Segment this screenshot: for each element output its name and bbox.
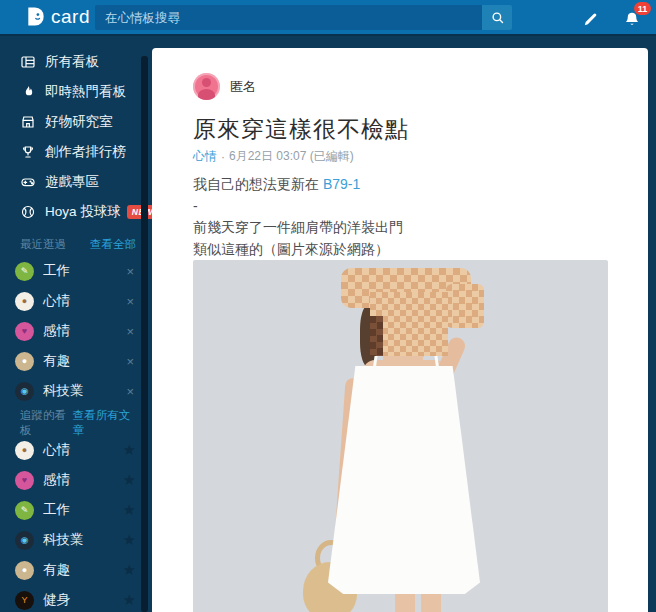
new-badge: NEW bbox=[127, 205, 152, 219]
post-timestamp: 6月22日 03:07 (已編輯) bbox=[229, 148, 354, 165]
followed-section-header: 追蹤的看板 查看所有文章 bbox=[0, 415, 152, 431]
board-avatar: ♥ bbox=[15, 322, 34, 341]
sidebar-nav: 所有看板 即時熱門看板 好物研究室 bbox=[0, 36, 152, 227]
flame-icon bbox=[20, 84, 36, 100]
dcard-app: card bbox=[0, 0, 656, 612]
sidebar-item-label: Hoya 投球球 bbox=[45, 203, 121, 221]
board-avatar: ◉ bbox=[15, 531, 34, 550]
brand-text: card bbox=[51, 6, 90, 28]
sidebar-item-label: 好物研究室 bbox=[45, 113, 113, 131]
board-label: 科技業 bbox=[43, 382, 124, 400]
recent-section-title: 最近逛過 bbox=[20, 237, 66, 252]
author-name: 匿名 bbox=[230, 78, 256, 96]
star-icon[interactable]: ★ bbox=[123, 561, 136, 579]
recent-board-mood[interactable]: ● 心情 × bbox=[0, 286, 152, 316]
board-avatar: ✎ bbox=[15, 262, 34, 281]
board-avatar: ● bbox=[15, 352, 34, 371]
search-input[interactable] bbox=[95, 5, 482, 30]
post-title: 原來穿這樣很不檢點 bbox=[193, 115, 608, 143]
board-avatar: ✎ bbox=[15, 501, 34, 520]
sidebar-item-goods-lab[interactable]: 好物研究室 bbox=[0, 107, 152, 137]
followed-board-tech[interactable]: ◉ 科技業 ★ bbox=[0, 525, 152, 555]
boards-icon bbox=[20, 54, 36, 70]
board-label: 心情 bbox=[43, 292, 124, 310]
compose-button[interactable] bbox=[578, 7, 602, 31]
sidebar-item-label: 遊戲專區 bbox=[45, 173, 99, 191]
sidebar-item-games[interactable]: 遊戲專區 bbox=[0, 167, 152, 197]
board-avatar: ◉ bbox=[15, 382, 34, 401]
close-icon[interactable]: × bbox=[124, 324, 136, 339]
recent-section-header: 最近逛過 查看全部 bbox=[0, 236, 152, 252]
board-avatar: ● bbox=[15, 292, 34, 311]
board-avatar: ● bbox=[15, 441, 34, 460]
search-bar bbox=[95, 5, 512, 30]
view-all-link[interactable]: 查看全部 bbox=[90, 237, 136, 252]
board-link[interactable]: 心情 bbox=[193, 148, 217, 165]
followed-board-funny[interactable]: ● 有趣 ★ bbox=[0, 555, 152, 585]
board-label: 有趣 bbox=[43, 352, 124, 370]
followed-board-mood[interactable]: ● 心情 ★ bbox=[0, 435, 152, 465]
meta-separator: · bbox=[221, 150, 225, 164]
sidebar: 所有看板 即時熱門看板 好物研究室 bbox=[0, 36, 152, 612]
close-icon[interactable]: × bbox=[124, 264, 136, 279]
followed-board-relationship[interactable]: ♥ 感情 ★ bbox=[0, 465, 152, 495]
photo-face-mosaic bbox=[370, 292, 448, 356]
gamepad-icon bbox=[20, 174, 36, 190]
board-avatar: ♥ bbox=[15, 471, 34, 490]
anonymous-avatar bbox=[193, 73, 220, 100]
recent-board-relationship[interactable]: ♥ 感情 × bbox=[0, 316, 152, 346]
recent-board-work[interactable]: ✎ 工作 × bbox=[0, 256, 152, 286]
body-line-3: 前幾天穿了一件細肩帶的洋裝出門 bbox=[193, 217, 608, 239]
star-icon[interactable]: ★ bbox=[123, 441, 136, 459]
photo-hand-mosaic bbox=[446, 284, 484, 328]
comment-link[interactable]: B79-1 bbox=[323, 176, 360, 192]
followed-board-work[interactable]: ✎ 工作 ★ bbox=[0, 495, 152, 525]
close-icon[interactable]: × bbox=[124, 294, 136, 309]
post-image[interactable] bbox=[193, 260, 608, 612]
star-icon[interactable]: ★ bbox=[123, 501, 136, 519]
star-icon[interactable]: ★ bbox=[123, 591, 136, 609]
close-icon[interactable]: × bbox=[124, 384, 136, 399]
dcard-logo-icon bbox=[24, 5, 47, 28]
sidebar-item-trending[interactable]: 即時熱門看板 bbox=[0, 77, 152, 107]
sidebar-item-label: 創作者排行榜 bbox=[45, 143, 126, 161]
star-icon[interactable]: ★ bbox=[123, 471, 136, 489]
sidebar-item-all-boards[interactable]: 所有看板 bbox=[0, 47, 152, 77]
followed-board-fitness[interactable]: Y 健身 ★ bbox=[0, 585, 152, 612]
board-label: 工作 bbox=[43, 501, 123, 519]
recent-board-list: ✎ 工作 × ● 心情 × ♥ 感情 × ● 有趣 × ◉ 科技業 bbox=[0, 252, 152, 406]
board-label: 科技業 bbox=[43, 531, 123, 549]
author-row: 匿名 bbox=[193, 73, 608, 100]
recent-board-tech[interactable]: ◉ 科技業 × bbox=[0, 376, 152, 406]
board-avatar: ● bbox=[15, 561, 34, 580]
sidebar-scrollbar[interactable] bbox=[141, 56, 148, 612]
sidebar-item-hoya[interactable]: Hoya 投球球 NEW bbox=[0, 197, 152, 227]
board-label: 心情 bbox=[43, 441, 123, 459]
followed-board-list: ● 心情 ★ ♥ 感情 ★ ✎ 工作 ★ ◉ 科技業 ★ ● 有趣 bbox=[0, 431, 152, 612]
star-icon[interactable]: ★ bbox=[123, 531, 136, 549]
pencil-icon bbox=[582, 11, 599, 28]
view-all-posts-link[interactable]: 查看所有文章 bbox=[73, 408, 136, 438]
board-label: 感情 bbox=[43, 322, 124, 340]
sidebar-item-label: 所有看板 bbox=[45, 53, 99, 71]
photo-face-dark-pixels bbox=[370, 316, 383, 356]
board-label: 有趣 bbox=[43, 561, 123, 579]
sidebar-item-creator-ranking[interactable]: 創作者排行榜 bbox=[0, 137, 152, 167]
trophy-icon bbox=[20, 144, 36, 160]
board-label: 工作 bbox=[43, 262, 124, 280]
notification-count-badge[interactable]: 11 bbox=[634, 2, 651, 15]
body-line-2: - bbox=[193, 196, 608, 218]
followed-section-title: 追蹤的看板 bbox=[20, 408, 73, 438]
top-header: card bbox=[0, 0, 656, 36]
sidebar-item-label: 即時熱門看板 bbox=[45, 83, 126, 101]
store-icon bbox=[20, 114, 36, 130]
close-icon[interactable]: × bbox=[124, 354, 136, 369]
recent-board-funny[interactable]: ● 有趣 × bbox=[0, 346, 152, 376]
post-card: 匿名 原來穿這樣很不檢點 心情 · 6月22日 03:07 (已編輯) 我自己的… bbox=[152, 48, 648, 612]
search-button[interactable] bbox=[482, 5, 512, 30]
body-line-4: 類似這種的（圖片來源於網路） bbox=[193, 239, 608, 261]
dcard-logo[interactable]: card bbox=[24, 5, 90, 28]
avatar-head-shape bbox=[202, 78, 211, 87]
avatar-torso-shape bbox=[198, 89, 215, 100]
board-label: 感情 bbox=[43, 471, 123, 489]
